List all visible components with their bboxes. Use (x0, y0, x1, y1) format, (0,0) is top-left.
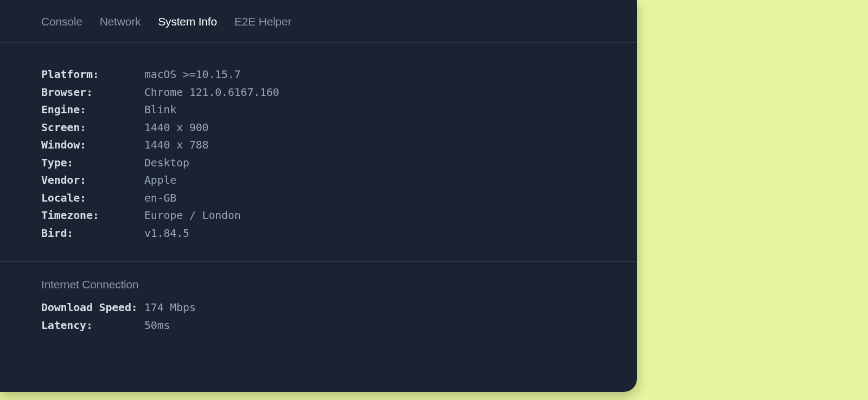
label-screen: Screen: (41, 119, 144, 137)
row-latency: Latency: 50ms (41, 317, 596, 334)
tab-system-info[interactable]: System Info (158, 15, 217, 28)
label-download-speed: Download Speed: (41, 299, 144, 317)
row-locale: Locale: en-GB (41, 189, 596, 207)
label-latency: Latency: (41, 317, 144, 334)
label-browser: Browser: (41, 83, 144, 101)
label-platform: Platform: (41, 66, 144, 83)
value-locale: en-GB (144, 189, 176, 207)
value-platform: macOS >=10.15.7 (144, 66, 241, 83)
row-download-speed: Download Speed: 174 Mbps (41, 299, 596, 317)
system-info-list: Platform: macOS >=10.15.7 Browser: Chrom… (0, 43, 637, 262)
value-type: Desktop (144, 154, 189, 172)
value-bird: v1.84.5 (144, 224, 189, 242)
devtools-panel: Console Network System Info E2E Helper P… (0, 0, 637, 392)
row-bird: Bird: v1.84.5 (41, 224, 596, 242)
row-platform: Platform: macOS >=10.15.7 (41, 66, 596, 83)
tab-bar: Console Network System Info E2E Helper (0, 0, 637, 43)
value-latency: 50ms (144, 317, 170, 334)
row-screen: Screen: 1440 x 900 (41, 119, 596, 137)
label-window: Window: (41, 136, 144, 154)
tab-network[interactable]: Network (100, 15, 141, 28)
row-browser: Browser: Chrome 121.0.6167.160 (41, 83, 596, 101)
value-timezone: Europe / London (144, 207, 241, 224)
connection-info-list: Download Speed: 174 Mbps Latency: 50ms (0, 299, 637, 356)
value-screen: 1440 x 900 (144, 119, 208, 137)
label-locale: Locale: (41, 189, 144, 207)
value-engine: Blink (144, 101, 176, 119)
tab-e2e-helper[interactable]: E2E Helper (234, 15, 291, 28)
tab-console[interactable]: Console (41, 15, 82, 28)
label-type: Type: (41, 154, 144, 172)
value-window: 1440 x 788 (144, 136, 208, 154)
label-timezone: Timezone: (41, 207, 144, 224)
row-engine: Engine: Blink (41, 101, 596, 119)
label-bird: Bird: (41, 224, 144, 242)
label-engine: Engine: (41, 101, 144, 119)
row-window: Window: 1440 x 788 (41, 136, 596, 154)
value-download-speed: 174 Mbps (144, 299, 196, 317)
value-browser: Chrome 121.0.6167.160 (144, 83, 279, 101)
value-vendor: Apple (144, 171, 176, 189)
row-vendor: Vendor: Apple (41, 171, 596, 189)
row-type: Type: Desktop (41, 154, 596, 172)
connection-section-title: Internet Connection (0, 262, 637, 299)
label-vendor: Vendor: (41, 171, 144, 189)
row-timezone: Timezone: Europe / London (41, 207, 596, 224)
